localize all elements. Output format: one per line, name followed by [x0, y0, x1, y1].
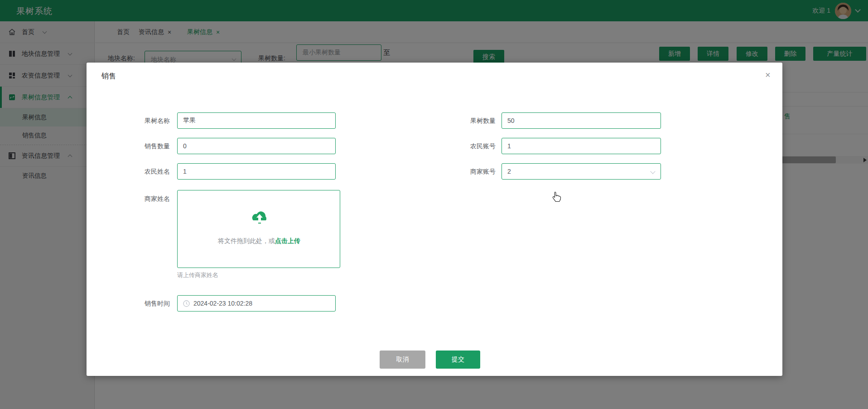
tree-name-label: 果树名称 [97, 117, 170, 125]
sale-count-input[interactable] [177, 138, 336, 154]
dialog-title: 销售 [101, 72, 116, 81]
merchant-account-select[interactable] [502, 163, 661, 180]
upload-hint: 请上传商家姓名 [177, 271, 218, 279]
farmer-name-label: 农民姓名 [97, 168, 170, 176]
upload-drag-text: 将文件拖到此处，或 [218, 237, 275, 244]
sale-time-value: 2024-02-23 10:02:28 [193, 300, 252, 307]
farmer-account-input[interactable] [502, 138, 661, 154]
sales-dialog: 销售 × 果树名称 果树数量 销售数量 农民账号 农民姓名 商家账号 商家姓名 … [87, 63, 782, 376]
tree-count-input[interactable] [502, 112, 661, 129]
tree-name-input[interactable] [177, 112, 336, 129]
sale-count-label: 销售数量 [97, 142, 170, 151]
tree-count-label: 果树数量 [423, 117, 496, 125]
submit-button[interactable]: 提交 [436, 351, 480, 369]
merchant-name-label: 商家姓名 [97, 195, 170, 203]
merchant-name-upload-dropzone[interactable]: 将文件拖到此处，或点击上传 [177, 190, 340, 268]
upload-instruction: 将文件拖到此处，或点击上传 [178, 237, 341, 245]
clock-icon [183, 300, 190, 307]
sale-time-label: 销售时间 [97, 300, 170, 308]
cancel-button[interactable]: 取消 [380, 351, 425, 369]
sale-time-input[interactable]: 2024-02-23 10:02:28 [177, 295, 336, 312]
merchant-account-label: 商家账号 [423, 168, 496, 176]
farmer-name-input[interactable] [177, 163, 336, 180]
upload-cloud-icon [249, 209, 270, 227]
upload-click-link[interactable]: 点击上传 [275, 237, 300, 244]
dialog-close-icon[interactable]: × [765, 70, 771, 80]
farmer-account-label: 农民账号 [423, 142, 496, 151]
merchant-account-value[interactable] [502, 163, 661, 180]
